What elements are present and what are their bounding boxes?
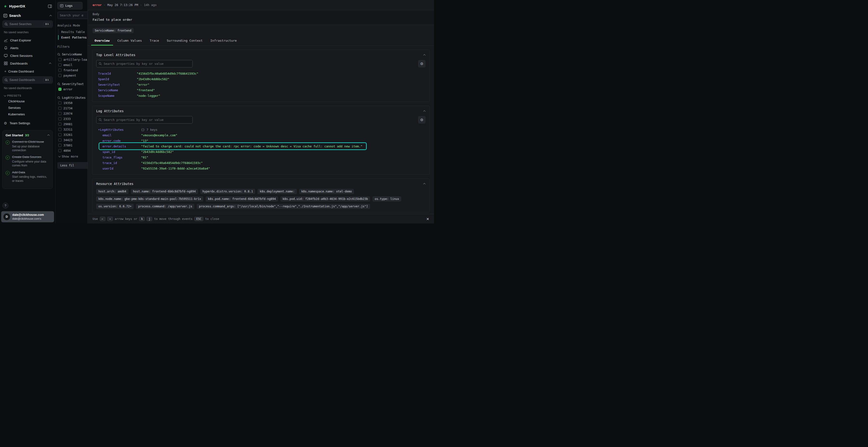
resource-chip[interactable]: host.name: frontend-6b6c8d7bfd-ng894 [131,189,198,194]
resource-chip[interactable]: process.command_args: ["/usr/local/bin/n… [197,204,370,209]
resource-chip[interactable]: k8s.pod.name: frontend-6b6c8d7bfd-ng894 [206,196,278,202]
user-menu[interactable]: D dale@clickhouse.com dale@clickhouse.co… [1,211,54,222]
attribute-value[interactable]: "vmoses@example.com" [141,133,178,137]
get-started-step[interactable]: ✓ Add Data Start sending logs, metrics, … [5,171,50,183]
attribute-value[interactable]: "92a55156-39a4-11f0-8ddd-a2eca416a8a4" [141,167,210,170]
sidebar-item-dashboards[interactable]: Dashboards [0,60,55,67]
saved-dashboards-input[interactable] [9,78,42,82]
checkbox[interactable] [58,112,61,115]
checkbox[interactable] [58,149,61,152]
resource-chip[interactable]: os.version: 6.6.72+ [96,204,133,209]
tab-trace[interactable]: Trace [146,36,162,45]
resource-chip[interactable]: k8s.deployment.name: [257,189,297,194]
properties-search-input[interactable] [104,62,190,66]
sidebar-item-chart-explorer[interactable]: Chart Explorer [0,36,55,44]
checkbox[interactable] [58,128,61,131]
checkbox[interactable] [58,138,61,142]
attribute-row: email "vmoses@example.com" [96,133,426,138]
attribute-row-error-details: error.details "failed to charge card: co… [96,143,426,149]
checkbox[interactable] [58,69,61,72]
hyperdx-logo[interactable]: HyperDX [0,0,55,12]
section-settings-button[interactable]: ⚙ [418,60,426,67]
close-panel-button[interactable]: × [426,216,429,221]
attribute-value[interactable]: "2b43d0c4dd6bc582" [137,77,169,81]
properties-search-input[interactable] [104,118,190,122]
get-started-step[interactable]: ✓ Connect to ClickHouse Set up your data… [5,140,50,152]
preset-item-services[interactable]: Services [0,105,55,111]
checkbox[interactable] [58,107,61,110]
source-selector-button[interactable]: Logs [57,2,83,9]
tab-surrounding-context[interactable]: Surrounding Context [163,36,206,45]
checkbox[interactable] [58,123,61,126]
resource-chip[interactable]: os.type: linux [373,196,401,202]
presets-toggle[interactable]: PRESETS [0,92,55,98]
saved-dashboards-input-wrap[interactable]: ⌘K [2,76,53,83]
resource-chip[interactable]: k8s.pod.uid: f284fb2d-a0b3-4634-991b-e2c… [280,196,370,202]
attribute-value[interactable]: "01" [141,156,148,159]
chevron-up-icon[interactable] [47,134,50,137]
logo-text: HyperDX [9,4,25,8]
attribute-key[interactable]: TraceId [98,72,137,75]
checkbox[interactable] [58,133,61,136]
tree-root-key[interactable]: ▾LogAttributes [98,128,141,132]
saved-searches-input-wrap[interactable]: ⌘K [2,21,53,28]
attribute-key[interactable]: SpanId [98,77,137,81]
checkbox[interactable] [58,74,61,77]
resource-chip[interactable]: k8s.node.name: gke-pme-k8s-standard-main… [96,196,203,202]
attribute-key[interactable]: error.details [102,144,141,148]
checkbox[interactable] [58,58,61,61]
attribute-key[interactable]: ScopeName [98,94,137,98]
section-settings-button[interactable]: ⚙ [418,116,426,124]
attribute-key[interactable]: userId [102,167,141,170]
checkbox[interactable] [58,144,61,147]
service-chip[interactable]: ServiceName: frontend [93,28,133,33]
checkbox-checked[interactable]: ✓ [58,88,61,91]
get-started-step[interactable]: ✓ Create Data Sources Configure where yo… [5,155,50,167]
collapse-section-button[interactable] [423,54,426,56]
resource-chip[interactable]: hyperdx.distro.version: 0.8.1 [200,189,255,194]
attribute-key[interactable]: email [102,133,141,137]
team-settings-label: Team Settings [9,122,30,125]
attribute-key[interactable]: trace_flags [102,156,141,159]
checkbox[interactable] [58,101,61,105]
attribute-value[interactable]: "frontend" [137,89,155,92]
attribute-key[interactable]: SeverityText [98,83,137,87]
attribute-value[interactable]: "4156d3fbc40a64854d9dc7f68641593c" [141,161,203,165]
properties-search-wrap[interactable] [96,116,193,124]
preset-item-clickhouse[interactable]: ClickHouse [0,98,55,105]
tab-infrastructure[interactable]: Infrastructure [207,36,240,45]
saved-searches-input[interactable] [9,23,42,26]
properties-search-wrap[interactable] [96,60,193,67]
create-dashboard-button[interactable]: + Create Dashboard [0,67,55,75]
resource-chip[interactable]: k8s.namespace.name: otel-demo [299,189,354,194]
tree-root-row: ▾LogAttributes {} 7 keys [96,127,426,133]
attribute-key[interactable]: trace_id [102,161,141,165]
collapse-section-button[interactable] [423,183,426,185]
resource-chip[interactable]: process.command: /app/server.js [136,204,194,209]
checkbox[interactable] [58,117,61,121]
tree-caret-icon[interactable]: ▾ [98,128,100,131]
collapse-sidebar-button[interactable] [48,5,52,8]
tab-column-values[interactable]: Column Values [114,36,145,45]
checkbox[interactable] [58,63,61,66]
attribute-key[interactable]: ServiceName [98,89,137,92]
attribute-value[interactable]: "13" [141,139,148,143]
event-timestamp: May 26 7:13:26 PM [107,3,138,7]
attribute-value[interactable]: "node-logger" [137,94,160,98]
team-settings-button[interactable]: ⚙ Team Settings [0,117,55,127]
collapse-section-button[interactable] [423,110,426,112]
sidebar-section-search[interactable]: Search [0,12,55,20]
attribute-value[interactable]: "error" [137,83,150,87]
attribute-value[interactable]: "2b43d0c4dd6bc582" [141,150,174,153]
resource-chip[interactable]: host.arch: amd64 [96,189,128,194]
attribute-value[interactable]: "failed to charge card: could not charge… [141,144,362,148]
attribute-key[interactable]: span_id [102,150,141,153]
sidebar-item-label: Chart Explorer [10,38,31,42]
attribute-value[interactable]: "4156d3fbc40a64854d9dc7f68641593c" [137,72,198,75]
tab-overview[interactable]: Overview [91,36,113,45]
attribute-key[interactable]: error.code [102,139,141,143]
help-button[interactable]: ? [2,203,8,209]
sidebar-item-alerts[interactable]: Alerts [0,44,55,52]
sidebar-item-client-sessions[interactable]: Client Sessions [0,52,55,60]
preset-item-kubernetes[interactable]: Kubernetes [0,111,55,117]
